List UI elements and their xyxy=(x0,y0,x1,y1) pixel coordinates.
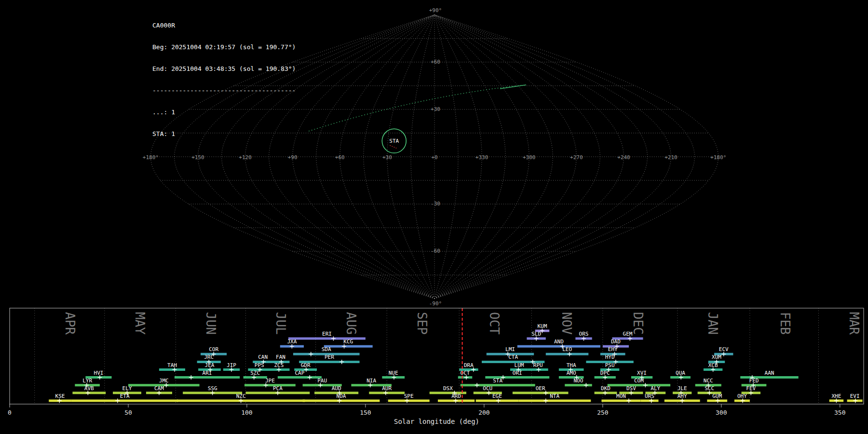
shower-code-label: SPE xyxy=(404,393,414,399)
x-axis-title: Solar longitude (deg) xyxy=(394,418,479,425)
shower-code-label: ERI xyxy=(322,331,332,337)
x-axis-tick-label: 250 xyxy=(597,409,608,416)
longitude-label: +300 xyxy=(523,154,536,161)
shower-code-label: KUM xyxy=(537,323,547,329)
shower-code-label: AUD xyxy=(332,385,341,392)
shower-code-label: FEV xyxy=(746,385,756,392)
shower-code-label: DSV xyxy=(626,385,636,392)
shower-code-label: JPE xyxy=(265,378,275,384)
shower-code-label: OHY xyxy=(737,393,747,399)
shower-code-label: PSU xyxy=(605,362,615,368)
month-label: JAN xyxy=(705,312,720,335)
shower-code-label: MON xyxy=(616,393,626,399)
shower-code-label: DRA xyxy=(464,362,474,368)
meteor-activity-plot: +180°+150+120+90+60+30+0+330+300+270+240… xyxy=(0,0,868,434)
latitude-label: +90° xyxy=(429,7,442,14)
shower-code-label: SSG xyxy=(208,385,217,392)
ecliptic-arc-solid xyxy=(500,85,526,89)
shower-code-label: HYD xyxy=(605,354,615,360)
month-label: AUG xyxy=(344,312,358,335)
latitude-label: +60 xyxy=(431,59,440,65)
month-label: JUN xyxy=(203,312,218,335)
sky-grid-meridian xyxy=(434,15,695,299)
longitude-label: +180° xyxy=(143,154,159,161)
separator-line: -------------------------------------- xyxy=(152,87,296,94)
shower-code-label: SLD xyxy=(531,331,541,337)
longitude-label: +330 xyxy=(475,154,488,161)
shower-code-label: OCT xyxy=(461,370,470,376)
month-label: OCT xyxy=(487,312,502,335)
shower-code-label: COR xyxy=(209,346,218,353)
x-axis-tick-label: 350 xyxy=(834,409,845,416)
latitude-label: -30 xyxy=(431,201,440,207)
end-time-line: End: 20251004 03:48:35 (sol = 190.83°) xyxy=(152,65,296,72)
shower-code-label: XCB xyxy=(708,362,718,368)
radiant-drift-track xyxy=(390,145,396,148)
shower-code-label: JXA xyxy=(287,339,297,345)
longitude-label: +180° xyxy=(710,154,726,161)
month-label: MAR xyxy=(847,312,861,335)
sky-grid-meridian xyxy=(387,15,434,299)
x-axis-tick-label: 300 xyxy=(716,409,727,416)
sky-grid-meridian xyxy=(316,15,434,299)
shower-code-label: FAN xyxy=(276,354,285,360)
shower-code-label: XUM xyxy=(712,354,721,360)
station-code: CA000R xyxy=(152,22,296,29)
shower-code-label: RPU xyxy=(533,362,543,368)
shower-code-label: AND xyxy=(554,339,564,345)
shower-code-label: GDR xyxy=(301,362,311,368)
shower-code-label: OCU xyxy=(483,385,492,392)
shower-code-label: SDA xyxy=(322,346,331,353)
shower-code-label: XVI xyxy=(637,370,647,376)
shower-code-label: CTA xyxy=(508,354,518,360)
count-line-sta: STA: 1 xyxy=(152,130,296,137)
shower-code-label: THA xyxy=(567,362,576,368)
longitude-label: +240 xyxy=(617,154,630,161)
longitude-label: +30 xyxy=(382,154,392,161)
shower-code-label: GEM xyxy=(623,331,633,337)
shower-code-label: LMI xyxy=(505,346,515,353)
longitude-label: +90 xyxy=(288,154,298,161)
shower-code-label: GUM xyxy=(712,393,722,399)
shower-code-label: AHY xyxy=(678,393,687,399)
shower-code-label: ORS xyxy=(579,331,589,337)
observation-info-panel: CA000R Beg: 20251004 02:19:57 (sol = 190… xyxy=(152,7,296,145)
latitude-label: +30 xyxy=(431,106,440,112)
x-axis-tick-label: 50 xyxy=(124,409,132,416)
shower-code-label: DAD xyxy=(611,339,621,345)
shower-code-label: LUM xyxy=(515,362,524,368)
shower-code-label: NUE xyxy=(389,370,398,376)
x-axis-tick-label: 200 xyxy=(478,409,489,416)
shower-timeline: APRMAYJUNJULAUGSEPOCTNOVDECJANFEBMARKUME… xyxy=(8,308,864,425)
shower-code-label: PPS xyxy=(255,362,264,368)
longitude-label: +270 xyxy=(570,154,583,161)
shower-code-label: ARI xyxy=(203,370,212,376)
latitude-label: -60 xyxy=(431,248,440,254)
shower-code-label: AMO xyxy=(567,370,576,376)
x-axis-tick-label: 100 xyxy=(241,409,252,416)
shower-code-label: PER xyxy=(325,354,334,360)
shower-code-label: ZCS xyxy=(274,362,284,368)
month-label: SEP xyxy=(415,312,429,335)
shower-code-label: CAN xyxy=(258,354,268,360)
shower-code-label: ALY xyxy=(651,385,660,392)
shower-code-label: KCG xyxy=(343,339,353,345)
shower-code-label: PCA xyxy=(273,385,283,392)
shower-code-label: TAH xyxy=(167,362,177,368)
shower-code-label: JLE xyxy=(678,385,687,392)
shower-code-label: EGE xyxy=(492,393,502,399)
shower-code-label: HVI xyxy=(94,370,104,376)
month-label: APR xyxy=(63,312,77,335)
month-label: JUL xyxy=(273,312,288,335)
month-label: MAY xyxy=(133,312,147,335)
shower-code-label: ARD xyxy=(451,393,461,399)
shower-code-label: OER xyxy=(536,385,545,392)
longitude-label: +0 xyxy=(431,154,437,161)
shower-code-label: NIA xyxy=(366,378,376,384)
shower-code-label: JRC xyxy=(204,354,214,360)
month-label: FEB xyxy=(778,312,792,335)
sky-grid-meridian xyxy=(434,15,576,299)
shower-code-label: PAU xyxy=(317,378,327,384)
shower-code-label: EVI xyxy=(850,393,860,399)
begin-time-line: Beg: 20251004 02:19:57 (sol = 190.77°) xyxy=(152,43,296,51)
